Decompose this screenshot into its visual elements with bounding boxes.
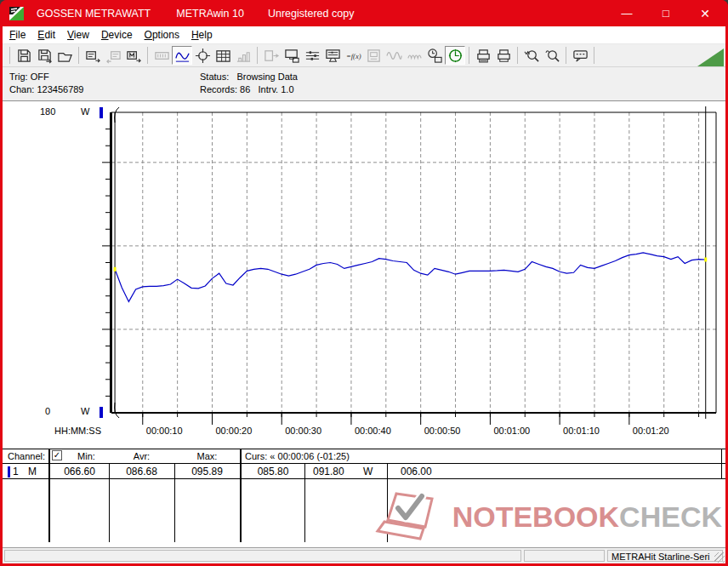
export-button [261, 46, 282, 65]
zoom-wave-icon [524, 48, 540, 64]
annotation-button[interactable] [570, 46, 590, 65]
device-in-button [103, 46, 123, 65]
printer-icon [496, 48, 512, 64]
svg-text:00:01:20: 00:01:20 [633, 426, 669, 436]
header-cursor: Curs: « 00:00:06 (-01:25) [245, 451, 458, 461]
header-avr: Avr: [109, 451, 174, 461]
app-icon [9, 7, 24, 20]
clock-icon [447, 48, 464, 64]
save-disk-icon [16, 48, 32, 64]
title-brand: GOSSEN METRAWATT [37, 8, 151, 20]
svg-text:00:00:50: 00:00:50 [424, 426, 461, 436]
cursor-view-button[interactable] [192, 46, 213, 65]
cell-cursor1: 085.80 [242, 466, 304, 477]
table-view-button[interactable] [213, 46, 233, 65]
device-in-icon [105, 48, 122, 64]
title-app: METRAwin 10 [176, 8, 244, 20]
status-bar: METRAHit Starline-Seri [3, 547, 725, 563]
chart-panel: 180 W 0 W 00:00:1000:00:2000:00:3000:00:… [3, 101, 725, 449]
watermark-text-check: CHECK [619, 500, 722, 534]
histogram-icon [236, 48, 252, 64]
svg-text:00:00:30: 00:00:30 [285, 426, 321, 436]
toolbar-separator [566, 47, 566, 64]
waveform-icon [174, 48, 191, 64]
interval-label: Intrv. [259, 84, 279, 94]
memory-box-icon [126, 48, 142, 64]
channel-config-button[interactable] [302, 46, 322, 65]
waveform-chart[interactable]: 00:00:1000:00:2000:00:3000:00:4000:00:50… [3, 101, 725, 449]
statusbar-panel-middle [524, 550, 605, 562]
title-bar: GOSSEN METRAWATT METRAwin 10 Unregistere… [0, 0, 728, 26]
formula-button[interactable] [343, 46, 363, 65]
zoom-time-button[interactable] [521, 46, 542, 65]
svg-text:HH:MM:SS: HH:MM:SS [54, 426, 101, 436]
save-button[interactable] [14, 46, 34, 65]
print-preview-button[interactable] [473, 46, 493, 65]
trig-label: Trig: [9, 71, 28, 82]
channel-table-panel: Channel: ✓ Min: Avr: Max: Curs: « 00:00:… [3, 449, 725, 547]
records-info: Records: 86 Intrv. 1.0 [200, 84, 294, 94]
table-border-right [721, 449, 722, 478]
zoom-curve-button[interactable] [542, 46, 562, 65]
statusbar-device: METRAHit Starline-Seri [607, 550, 723, 562]
minimize-button[interactable]: — [607, 0, 646, 26]
browse-status: Status: Browsing Data [200, 71, 298, 82]
cell-mode: M [28, 466, 37, 477]
status-label: Status: [200, 71, 229, 82]
menu-item-help[interactable]: Help [191, 29, 213, 41]
table-column-line [240, 449, 242, 542]
print-button[interactable] [493, 46, 514, 65]
status-value: Browsing Data [236, 71, 298, 82]
menu-item-options[interactable]: Options [145, 29, 179, 41]
cell-max: 095.89 [174, 466, 240, 477]
crosshair-icon [195, 48, 211, 64]
display-config-button[interactable] [322, 46, 343, 65]
table-header-divider [3, 463, 725, 464]
fx-icon [345, 48, 361, 64]
notebookcheck-watermark: NOTEBOOKCHECK [374, 489, 722, 544]
monitor-sliders-icon [325, 48, 341, 64]
device-config-button [363, 46, 384, 65]
channel-visible-checkbox[interactable]: ✓ [52, 450, 62, 460]
printer-page-icon [475, 48, 492, 64]
chart-view-button[interactable] [172, 46, 192, 65]
statusbar-panel-left [4, 550, 521, 562]
client-area: FileEditViewDeviceOptionsHelp Trig: OFF … [3, 26, 725, 563]
table-grid-icon [215, 48, 231, 64]
app-window: GOSSEN METRAWATT METRAwin 10 Unregistere… [0, 0, 728, 566]
close-button[interactable]: ✕ [685, 0, 725, 26]
read-memory-button[interactable] [123, 46, 144, 65]
time-config-button[interactable] [424, 46, 445, 65]
toolbar-buttons [6, 46, 598, 65]
menu-item-file[interactable]: File [9, 29, 26, 41]
toolbar-separator [469, 47, 469, 64]
menu-item-edit[interactable]: Edit [37, 29, 55, 41]
store-button[interactable] [282, 46, 302, 65]
toolbar-separator [9, 47, 10, 64]
realtime-button[interactable] [445, 46, 465, 65]
toolbar-separator [78, 47, 79, 64]
table-border-top [3, 449, 725, 449]
save-as-button[interactable] [34, 46, 54, 65]
menu-item-view[interactable]: View [67, 29, 89, 41]
toolbar-separator [594, 47, 594, 64]
svg-text:00:00:10: 00:00:10 [146, 426, 183, 436]
chan-value: 123456789 [37, 84, 83, 94]
menu-item-device[interactable]: Device [101, 29, 133, 41]
open-button[interactable] [54, 46, 75, 65]
svg-text:00:01:00: 00:01:00 [493, 426, 530, 436]
resize-grip[interactable] [714, 552, 725, 563]
cell-delta: 006.00 [401, 466, 432, 477]
coil-icon [407, 48, 423, 64]
records-value: 86 [240, 84, 250, 94]
read-device-button[interactable] [82, 46, 103, 65]
corner-triangle-icon [697, 49, 724, 66]
trigger-status: Trig: OFF [9, 71, 49, 82]
channel-list: Chan: 123456789 [9, 84, 83, 94]
records-label: Records: [200, 84, 237, 94]
export-icon [264, 48, 280, 64]
menu-bar: FileEditViewDeviceOptionsHelp [3, 26, 725, 44]
maximize-button[interactable]: □ [646, 0, 685, 26]
acquisition-info-panel: Trig: OFF Chan: 123456789 Status: Browsi… [3, 67, 725, 101]
toolbar-separator [147, 47, 148, 64]
